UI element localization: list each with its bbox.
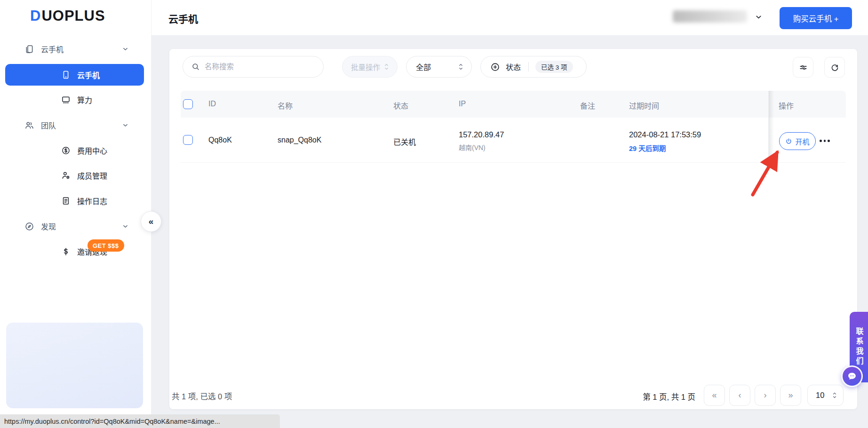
sidebar: DUOPLUS 云手机 云手机 算力 团队: [0, 0, 151, 428]
column-header-name[interactable]: 名称: [278, 100, 293, 111]
refresh-icon: [830, 63, 839, 72]
sidebar-item-member-management[interactable]: 成员管理: [0, 165, 151, 186]
column-header-id[interactable]: ID: [208, 100, 216, 108]
select-all-checkbox[interactable]: [183, 99, 193, 109]
caret-updown-icon: [832, 392, 837, 399]
duoplus-logo: DUOPLUS: [30, 8, 105, 24]
dollar-circle-icon: [61, 146, 71, 155]
compass-icon: [24, 222, 34, 231]
divider: [528, 62, 529, 71]
batch-operation-select[interactable]: 批量操作: [342, 56, 398, 78]
first-page-button[interactable]: «: [704, 385, 725, 406]
item-label: 算力: [77, 94, 92, 105]
sidebar-item-operation-logs[interactable]: 操作日志: [0, 190, 151, 211]
row-name: snap_Qq8oK: [278, 136, 321, 144]
item-label: 成员管理: [77, 170, 107, 181]
search-input[interactable]: [205, 63, 313, 71]
row-ip: 157.20.89.47: [459, 130, 504, 139]
dollar-icon: [61, 247, 71, 256]
top-header: 云手机 购买云手机 +: [151, 0, 868, 36]
plus-circle-icon: [490, 62, 500, 72]
row-id: Qq8oK: [208, 136, 232, 144]
prev-page-button[interactable]: ‹: [729, 385, 750, 406]
last-page-button[interactable]: »: [780, 385, 801, 406]
app-screen: DUOPLUS 云手机 云手机 算力 团队: [0, 0, 868, 428]
column-settings-button[interactable]: [793, 57, 813, 78]
power-on-button[interactable]: 开机: [779, 132, 816, 150]
refresh-list-button[interactable]: [824, 57, 845, 78]
referral-badge: GET $$$: [88, 239, 124, 252]
resource-panel: 现有资源 云手机 0 / 1 固定算力 0 购买固定算力: [6, 323, 143, 408]
chat-bubble-button[interactable]: [841, 365, 863, 387]
sidebar-group-discover[interactable]: 发现: [0, 216, 151, 237]
phone-icon: [61, 70, 71, 79]
person-gear-icon: [61, 171, 71, 180]
page-size-value: 10: [816, 391, 824, 400]
more-actions-button[interactable]: [820, 140, 830, 142]
account-chevron-down-icon[interactable]: [755, 13, 763, 21]
column-header-ip[interactable]: IP: [459, 100, 466, 108]
list-summary: 共 1 项, 已选 0 项: [172, 390, 232, 402]
row-checkbox[interactable]: [183, 135, 193, 145]
sidebar-group-team[interactable]: 团队: [0, 115, 151, 135]
chevron-down-icon: [122, 223, 129, 230]
batch-operation-label: 批量操作: [351, 62, 380, 72]
sidebar-item-referral-cashback[interactable]: 邀请返现: [0, 241, 151, 262]
sidebar-item-billing-center[interactable]: 费用中心: [0, 140, 151, 161]
status-filter-label: 状态: [506, 61, 521, 72]
power-button-label: 开机: [795, 136, 809, 146]
caret-updown-icon: [458, 63, 464, 71]
monitor-icon: [61, 95, 71, 104]
row-status: 已关机: [393, 136, 416, 147]
item-label: 费用中心: [77, 145, 107, 156]
scope-selected-value: 全部: [416, 61, 431, 72]
caret-updown-icon: [383, 63, 390, 71]
status-filter-chip[interactable]: 状态 已选 3 项: [480, 56, 587, 78]
account-name-blurred[interactable]: [673, 10, 747, 23]
item-label: 操作日志: [77, 195, 107, 206]
row-expire-note: 29 天后到期: [629, 143, 666, 153]
status-url: https://my.duoplus.cn/control?id=Qq8oK&m…: [4, 418, 220, 425]
power-icon: [785, 138, 792, 145]
group-label: 团队: [41, 119, 56, 131]
logo-letter-d: D: [30, 8, 41, 24]
page-size-select[interactable]: 10: [807, 385, 844, 406]
team-icon: [24, 120, 34, 130]
logo-rest: UOPLUS: [41, 8, 105, 24]
column-header-remark[interactable]: 备注: [580, 100, 595, 111]
sidebar-collapse-button[interactable]: «: [141, 211, 161, 232]
column-header-status[interactable]: 状态: [393, 100, 408, 111]
chat-icon: [847, 371, 857, 381]
item-label: 云手机: [77, 69, 100, 80]
scope-filter-select[interactable]: 全部: [406, 56, 472, 78]
sidebar-item-cloud-phone-active[interactable]: 云手机: [5, 64, 144, 86]
next-page-button[interactable]: ›: [755, 385, 776, 406]
page-info: 第 1 页, 共 1 页: [626, 391, 695, 402]
sidebar-group-cloud-phone[interactable]: 云手机: [0, 39, 151, 59]
chevron-down-icon: [122, 122, 129, 129]
group-label: 发现: [41, 221, 56, 232]
chevron-down-icon: [122, 46, 129, 53]
status-selected-count: 已选 3 项: [535, 61, 573, 73]
column-header-action[interactable]: 操作: [779, 100, 794, 111]
browser-status-bar: https://my.duoplus.cn/control?id=Qq8oK&m…: [0, 414, 280, 428]
sidebar-item-compute[interactable]: 算力: [0, 89, 151, 110]
row-expire-time: 2024-08-21 17:53:59: [629, 130, 701, 139]
search-icon: [191, 63, 200, 71]
row-region: 越南(VN): [459, 143, 486, 152]
phone-copy-icon: [24, 44, 34, 54]
column-header-expire[interactable]: 过期时间: [629, 100, 659, 111]
name-search-box: [183, 56, 324, 78]
group-label: 云手机: [41, 43, 64, 55]
document-icon: [61, 196, 71, 206]
sliders-icon: [799, 63, 808, 72]
buy-cloud-phone-button[interactable]: 购买云手机 +: [780, 7, 852, 29]
page-title: 云手机: [168, 11, 198, 25]
